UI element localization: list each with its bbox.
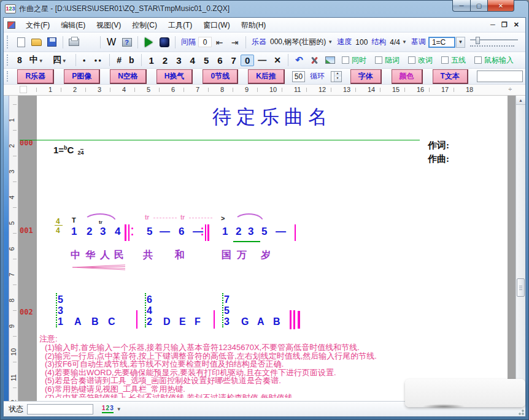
lyric-syllable[interactable]: 民 (114, 249, 124, 262)
spinner-arrows[interactable]: ▲▼ (334, 72, 341, 82)
lyric-syllable[interactable]: 和 (175, 249, 185, 262)
music-note[interactable]: 5 (147, 226, 152, 238)
lyric-syllable[interactable]: 国 (222, 249, 231, 262)
lyricist-label[interactable]: 作词: (428, 139, 449, 152)
music-note[interactable]: 6 (179, 226, 184, 238)
menu-item[interactable]: 文件(F) (20, 19, 55, 31)
status-dropdown-icon[interactable]: ▼ (117, 407, 122, 412)
text-input[interactable] (477, 71, 523, 82)
scroll-up-arrow[interactable]: ▲ (516, 96, 525, 105)
checkbox-box[interactable] (375, 56, 382, 64)
menu-item[interactable]: 工具(T) (163, 19, 198, 31)
note-button-0[interactable]: 0 (241, 55, 254, 66)
music-token[interactable]: A (257, 316, 264, 327)
note-button-#[interactable]: # (113, 55, 125, 66)
chevron-down-icon[interactable]: ▼ (328, 39, 333, 45)
music-token[interactable]: 3 (58, 305, 63, 316)
edit-button-N空格[interactable]: N空格 (110, 69, 147, 84)
edit-button-0节线[interactable]: 0节线 (203, 69, 238, 84)
music-token[interactable]: F (195, 316, 201, 327)
checkbox-box[interactable] (474, 56, 482, 64)
note-button-6[interactable]: 6 (213, 55, 226, 66)
note-button-7[interactable]: 7 (227, 55, 241, 66)
score-page[interactable]: 待定乐曲名 1=bC24 作词: 作曲: 44T12tr34trtr5—6—>1… (37, 96, 508, 401)
lyric-syllable[interactable]: 岁 (261, 249, 271, 262)
chevron-down-icon[interactable]: ▼ (402, 39, 407, 45)
checkbox-box[interactable] (408, 56, 415, 64)
lyric-syllable[interactable]: 中 (71, 249, 80, 262)
menu-item[interactable]: 窗口(W) (198, 19, 235, 31)
lyric-syllable[interactable]: 共 (143, 249, 153, 262)
lyric-syllable[interactable]: 人 (100, 249, 110, 262)
print-icon[interactable] (67, 35, 81, 49)
open-icon[interactable] (29, 35, 44, 49)
minimize-button[interactable]: ─ (452, 0, 470, 12)
note-button-4[interactable]: 4 (186, 55, 199, 66)
music-token[interactable]: 7 (224, 294, 230, 305)
music-note[interactable]: 2 (236, 226, 241, 238)
expand-gap-icon[interactable]: ⇥ (228, 35, 242, 49)
tools-icon[interactable] (307, 53, 322, 67)
music-note[interactable]: 4 (115, 226, 120, 238)
music-token[interactable]: 6 (147, 294, 152, 305)
print-preview-icon[interactable] (82, 35, 96, 49)
music-token[interactable]: 1 (58, 316, 63, 327)
format-button-字体[interactable]: 字体 (350, 69, 382, 84)
loop-spinner[interactable]: 1 ▲▼ (331, 71, 342, 82)
checkbox-五线[interactable]: 五线 (441, 55, 466, 66)
music-token[interactable]: 3 (224, 316, 230, 327)
checkbox-隐词[interactable]: 隐词 (375, 55, 400, 66)
song-title[interactable]: 待定乐曲名 (37, 104, 508, 130)
close-button[interactable]: ✕ (487, 0, 514, 12)
checkbox-同时[interactable]: 同时 (342, 55, 366, 66)
music-token[interactable]: B (273, 316, 280, 327)
value-input[interactable]: 50 (292, 71, 305, 82)
checkbox-box[interactable] (441, 56, 449, 64)
mdi-minimize-button[interactable]: ─ (490, 21, 495, 29)
word-export-icon[interactable]: W (104, 35, 118, 49)
note-button-✕[interactable]: ✕ (270, 55, 285, 66)
music-token[interactable]: 5 (224, 305, 230, 316)
menu-item[interactable]: 帮助(H) (236, 19, 272, 31)
music-note[interactable]: 2 (87, 226, 92, 238)
interval-value[interactable]: 0 (198, 37, 212, 47)
note-button-1[interactable]: 1 (145, 55, 158, 66)
music-note[interactable]: 1 (71, 226, 77, 238)
checkbox-box[interactable] (342, 56, 349, 64)
shrink-gap-icon[interactable]: ⇤ (212, 35, 226, 49)
music-token[interactable]: E (179, 316, 186, 327)
key-combobox[interactable]: 1=C (428, 37, 455, 48)
music-note[interactable]: 3 (100, 226, 106, 238)
chevron-down-icon[interactable]: ▼ (62, 58, 67, 64)
resize-grip[interactable] (516, 407, 524, 415)
music-token[interactable]: A (74, 316, 82, 327)
checkbox-改词[interactable]: 改词 (408, 55, 433, 66)
slider-thumb[interactable] (476, 37, 480, 44)
status-123-icon[interactable]: 123 (102, 405, 114, 413)
maximize-button[interactable]: ▢ (470, 0, 487, 12)
music-token[interactable]: B (91, 316, 99, 327)
help-icon[interactable]: ? (120, 35, 134, 49)
edit-button-K后推[interactable]: K后推 (248, 69, 285, 84)
note-button-●●[interactable]: ●● (90, 57, 106, 64)
edit-button-R乐器[interactable]: R乐器 (17, 69, 54, 84)
music-note[interactable]: 3 (248, 226, 253, 238)
music-note[interactable]: 1 (222, 226, 228, 238)
edit-button-H换气[interactable]: H换气 (156, 69, 193, 84)
note-button-b[interactable]: b (125, 55, 138, 66)
key-signature[interactable]: 1=bC24 (53, 145, 83, 155)
chevron-down-icon[interactable]: ▼ (39, 58, 44, 64)
speed-value[interactable]: 100 (355, 38, 368, 47)
undo-icon[interactable]: ↶ (292, 53, 306, 67)
mdi-restore-button[interactable]: ❐ (501, 21, 508, 29)
note-button-●[interactable]: ● (79, 57, 91, 64)
edit-button-P图像[interactable]: P图像 (64, 69, 100, 84)
scrollbar-thumb[interactable] (517, 278, 525, 297)
music-token[interactable]: 4 (147, 305, 152, 316)
menu-item[interactable]: 视图(V) (91, 19, 126, 31)
lyric-syllable[interactable]: 华 (85, 249, 95, 262)
status-input[interactable] (27, 404, 93, 414)
menu-item[interactable]: 编辑(E) (55, 19, 91, 31)
music-token[interactable]: 2 (147, 316, 152, 327)
note-button-5[interactable]: 5 (199, 55, 213, 66)
